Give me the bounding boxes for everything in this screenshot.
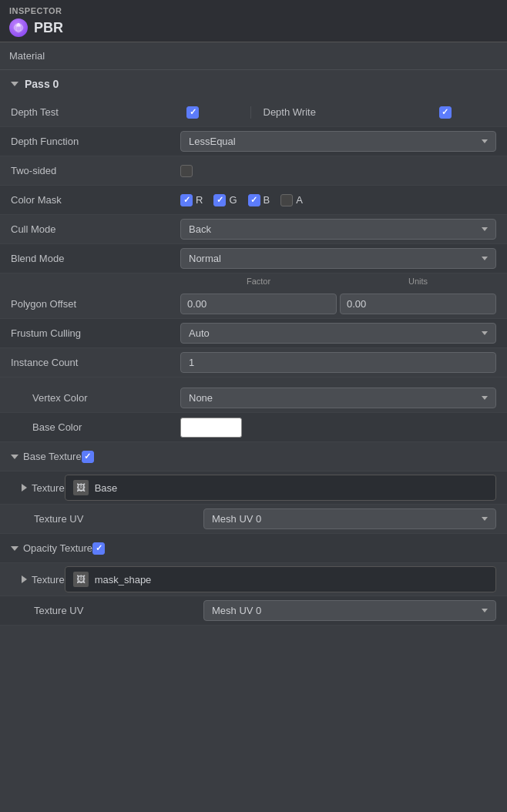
mask-b-label: B: [264, 194, 270, 206]
blend-mode-label: Blend Mode: [11, 253, 180, 264]
opacity-texture-uv-label: Texture UV: [34, 605, 203, 616]
color-mask-value: R G B A: [180, 194, 496, 206]
base-color-row: Base Color: [0, 413, 507, 442]
base-texture-asset-icon: 🖼: [73, 480, 89, 495]
base-texture-asset[interactable]: 🖼 Base: [65, 475, 496, 501]
vertex-color-dropdown[interactable]: None: [180, 388, 496, 408]
polygon-offset-inputs: [180, 294, 496, 314]
depth-test-group: Depth Test: [11, 106, 251, 119]
base-texture-texture-chevron-icon: [22, 484, 27, 492]
frustum-culling-row: Frustum Culling Auto: [0, 319, 507, 348]
opacity-texture-uv-option: Mesh UV 0: [212, 605, 261, 616]
frustum-culling-dropdown[interactable]: Auto: [180, 323, 496, 344]
depth-write-label: Depth Write: [264, 106, 433, 118]
base-color-label: Base Color: [11, 421, 180, 433]
depth-test-checkbox[interactable]: [186, 106, 199, 119]
two-sided-checkbox[interactable]: [180, 165, 193, 177]
blend-mode-row: Blend Mode Normal: [0, 244, 507, 273]
cull-mode-dropdown[interactable]: Back: [180, 219, 496, 240]
base-texture-uv-row: Texture UV Mesh UV 0: [0, 505, 507, 534]
inspector-name: PBR: [9, 18, 498, 37]
base-texture-texture-label: Texture: [32, 482, 65, 494]
depth-write-checkbox[interactable]: [439, 106, 452, 119]
mask-a-item: A: [280, 194, 303, 206]
vertex-color-row: Vertex Color None: [0, 384, 507, 413]
two-sided-value: [180, 165, 496, 177]
polygon-factor-input[interactable]: [180, 294, 337, 314]
pass-label: Pass 0: [25, 78, 59, 90]
opacity-texture-texture-chevron-icon: [22, 575, 27, 583]
opacity-texture-texture-label: Texture: [32, 574, 65, 586]
polygon-offset-label: Polygon Offset: [11, 298, 180, 310]
opacity-texture-uv-arrow-icon: [482, 609, 488, 612]
opacity-texture-asset-icon: 🖼: [73, 572, 89, 587]
color-mask-row: Color Mask R G B A: [0, 186, 507, 215]
cull-mode-row: Cull Mode Back: [0, 215, 507, 244]
cull-mode-option: Back: [189, 223, 211, 235]
instance-count-value: 1: [180, 352, 496, 373]
mask-r-checkbox[interactable]: [180, 194, 193, 206]
base-texture-uv-dropdown[interactable]: Mesh UV 0: [203, 508, 496, 529]
base-texture-collapsible[interactable]: Base Texture: [11, 451, 82, 462]
instance-count-row: Instance Count 1: [0, 348, 507, 377]
opacity-texture-enabled: [92, 542, 496, 555]
mask-r-label: R: [196, 194, 203, 206]
blend-mode-dropdown[interactable]: Normal: [180, 248, 496, 269]
depth-row: Depth Test Depth Write: [0, 98, 507, 127]
two-sided-row: Two-sided: [0, 156, 507, 186]
depth-function-option: LessEqual: [189, 136, 236, 147]
mask-a-label: A: [296, 194, 303, 206]
inspector-title-label: Inspector: [9, 6, 498, 15]
cull-mode-label: Cull Mode: [11, 223, 180, 235]
base-texture-uv-arrow-icon: [482, 517, 488, 521]
frustum-culling-arrow-icon: [482, 331, 488, 335]
two-sided-label: Two-sided: [11, 165, 180, 176]
material-section-title: Material: [0, 42, 507, 70]
depth-function-label: Depth Function: [11, 136, 180, 147]
material-name: PBR: [34, 20, 63, 36]
depth-function-row: Depth Function LessEqual: [0, 127, 507, 156]
base-texture-asset-name: Base: [95, 482, 118, 494]
mask-g-item: G: [213, 194, 237, 206]
mask-g-checkbox[interactable]: [213, 194, 226, 206]
polygon-offset-header: Factor Units: [0, 273, 507, 289]
base-texture-enabled: [82, 451, 496, 463]
opacity-texture-uv-dropdown[interactable]: Mesh UV 0: [203, 600, 496, 621]
factor-units-labels: Factor Units: [180, 275, 496, 287]
base-color-swatch[interactable]: [180, 418, 242, 438]
pass-chevron-icon: [11, 82, 18, 86]
instance-count-input[interactable]: 1: [180, 352, 496, 373]
color-mask-items: R G B A: [180, 194, 303, 206]
pass-header[interactable]: Pass 0: [0, 70, 507, 98]
mask-a-checkbox[interactable]: [280, 194, 293, 206]
opacity-texture-collapsible[interactable]: Opacity Texture: [11, 542, 92, 554]
section-spacer: [0, 377, 507, 384]
opacity-texture-texture-collapsible[interactable]: Texture: [22, 574, 65, 586]
vertex-color-arrow-icon: [482, 396, 488, 400]
opacity-texture-uv-row: Texture UV Mesh UV 0: [0, 596, 507, 626]
blend-mode-arrow-icon: [482, 257, 488, 260]
opacity-texture-chevron-icon: [11, 546, 18, 551]
units-col-label: Units: [340, 275, 496, 287]
depth-function-dropdown[interactable]: LessEqual: [180, 131, 496, 152]
base-texture-checkbox[interactable]: [82, 451, 94, 463]
depth-write-group: Depth Write: [251, 106, 497, 119]
mask-b-checkbox[interactable]: [248, 194, 260, 206]
base-texture-uv-label: Texture UV: [34, 513, 203, 525]
cull-mode-value: Back: [180, 219, 496, 240]
opacity-texture-asset[interactable]: 🖼 mask_shape: [65, 566, 496, 592]
polygon-offset-spacer: [11, 275, 180, 287]
opacity-texture-row: Opacity Texture: [0, 534, 507, 563]
depth-test-label: Depth Test: [11, 106, 180, 118]
base-texture-texture-row: Texture 🖼 Base: [0, 471, 507, 505]
polygon-offset-group: Factor Units Polygon Offset: [0, 273, 507, 319]
opacity-texture-checkbox[interactable]: [92, 542, 105, 555]
frustum-culling-option: Auto: [189, 327, 210, 339]
mask-g-label: G: [229, 194, 237, 206]
polygon-units-input[interactable]: [340, 294, 496, 314]
opacity-texture-uv-value: Mesh UV 0: [203, 600, 496, 621]
base-texture-uv-value: Mesh UV 0: [203, 508, 496, 529]
vertex-color-option: None: [189, 392, 213, 404]
base-texture-texture-collapsible[interactable]: Texture: [22, 482, 65, 494]
color-mask-label: Color Mask: [11, 194, 180, 206]
